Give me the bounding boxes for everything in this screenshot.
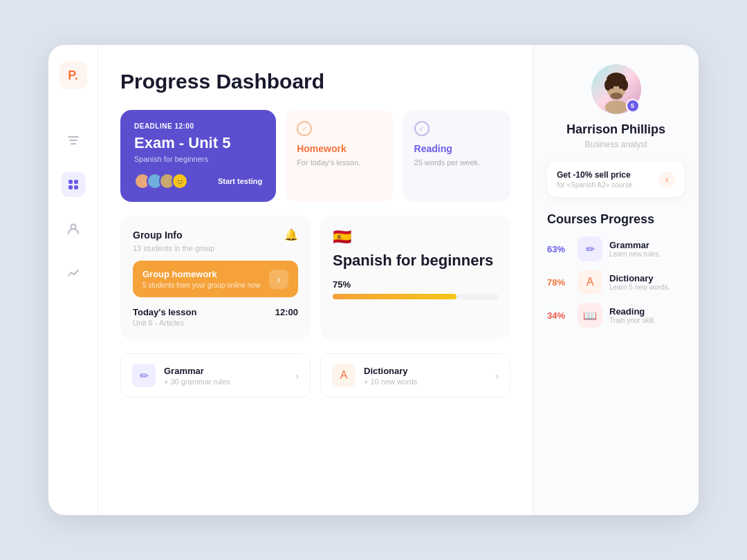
dictionary-arrow-icon: › <box>496 371 499 381</box>
reading-label: Reading <box>414 143 499 154</box>
middle-row: Group Info 🔔 13 students in the group Gr… <box>120 216 510 339</box>
homework-check-icon: ✓ <box>297 121 312 136</box>
reading-cp-icon: 📖 <box>578 303 602 328</box>
svg-point-9 <box>605 100 627 114</box>
dictionary-cp-info: Dictionary Learn 5 new words. <box>609 273 670 291</box>
dictionary-percent: 78% <box>547 277 571 288</box>
homework-desc: For today's lesson. <box>297 158 382 167</box>
app-container: P. <box>48 45 699 515</box>
sidebar-item-user[interactable] <box>61 216 86 241</box>
grammar-shortcut-sub: + 30 grammar rules <box>164 377 230 386</box>
dictionary-cp-sub: Learn 5 new words. <box>609 283 670 291</box>
course-progress-grammar: 63% ✏ Grammar Learn new rules. <box>547 236 685 261</box>
course-title: Spanish for beginners <box>333 252 498 270</box>
homework-btn-title: Group homework <box>142 269 260 279</box>
svg-point-12 <box>605 80 611 91</box>
avatar-group: 😊 <box>134 173 188 189</box>
svg-point-16 <box>610 93 622 100</box>
promo-subtitle: for «Spanish A2» course <box>557 181 632 189</box>
svg-point-14 <box>611 86 614 89</box>
user-name: Harrison Phillips <box>566 122 665 137</box>
group-title: Group Info <box>133 230 183 241</box>
courses-progress-title: Courses Progress <box>547 212 685 227</box>
dictionary-cp-title: Dictionary <box>609 273 670 283</box>
course-progress-dictionary: 78% A Dictionary Learn 5 new words. <box>547 270 685 295</box>
lesson-title: Today's lesson <box>133 307 196 317</box>
dictionary-cp-icon: A <box>578 270 602 295</box>
dictionary-shortcut-sub: + 10 new words <box>364 377 417 386</box>
homework-arrow-icon: › <box>269 270 288 289</box>
deadline-label: DEADLINE 12:00 <box>134 122 262 130</box>
lesson-time: 12:00 <box>275 307 298 317</box>
group-info-card: Group Info 🔔 13 students in the group Gr… <box>120 216 311 339</box>
course-progress-reading: 34% 📖 Reading Train your skill. <box>547 303 685 328</box>
page-title: Progress Dashboard <box>120 70 510 93</box>
sidebar-nav <box>61 128 86 286</box>
progress-bar-fill <box>333 294 456 299</box>
grammar-cp-title: Grammar <box>609 240 661 250</box>
logo[interactable]: P. <box>59 62 87 89</box>
homework-label: Homework <box>297 143 382 154</box>
dictionary-info: Dictionary + 10 new words <box>364 366 417 386</box>
promo-arrow-icon: › <box>658 171 675 188</box>
sidebar-item-filter[interactable] <box>61 128 86 153</box>
main-content: Progress Dashboard DEADLINE 12:00 Exam -… <box>98 45 533 515</box>
reading-check-icon: ✓ <box>414 121 430 136</box>
today-lesson: Today's lesson Unit 6 - Articles 12:00 <box>133 307 298 327</box>
promo-card[interactable]: Get -10% sell price for «Spanish A2» cou… <box>547 162 685 197</box>
group-card-header: Group Info 🔔 <box>133 228 298 241</box>
sidebar-item-grid[interactable] <box>61 172 86 197</box>
lesson-info: Today's lesson Unit 6 - Articles <box>133 307 196 327</box>
grammar-cp-info: Grammar Learn new rules. <box>609 240 661 258</box>
right-panel: 5 Harrison Phillips Business analyst Get… <box>533 45 699 515</box>
promo-text: Get -10% sell price for «Spanish A2» cou… <box>557 170 632 189</box>
reading-cp-title: Reading <box>609 306 656 317</box>
lesson-subtitle: Unit 6 - Articles <box>133 319 196 327</box>
grammar-info: Grammar + 30 grammar rules <box>164 366 230 386</box>
reading-cp-sub: Train your skill. <box>609 317 656 324</box>
group-homework-button[interactable]: Group homework 5 students from your grou… <box>133 261 298 297</box>
svg-point-13 <box>621 80 628 91</box>
progress-bar-background <box>333 294 498 299</box>
reading-cp-info: Reading Train your skill. <box>609 306 656 324</box>
grammar-shortcut-card[interactable]: ✏ Grammar + 30 grammar rules › <box>120 353 311 398</box>
dictionary-shortcut-card[interactable]: A Dictionary + 10 new words › <box>320 353 510 398</box>
grammar-shortcut-title: Grammar <box>164 366 230 376</box>
grammar-cp-sub: Learn new rules. <box>609 250 661 258</box>
spanish-course-card: 🇪🇸 Spanish for beginners 75% <box>320 216 510 339</box>
user-role: Business analyst <box>584 140 647 149</box>
promo-title: Get -10% sell price <box>557 170 632 180</box>
dictionary-shortcut-title: Dictionary <box>364 366 417 376</box>
grammar-icon: ✏ <box>132 364 156 387</box>
avatar-4: 😊 <box>172 173 188 189</box>
exam-footer: 😊 Start testing <box>134 173 262 189</box>
grammar-cp-icon: ✏ <box>578 236 602 261</box>
exam-title: Exam - Unit 5 <box>134 134 262 152</box>
reading-desc: 25 words per week. <box>414 158 499 167</box>
notification-badge: 5 <box>626 99 640 113</box>
group-subtitle: 13 students in the group <box>133 244 298 252</box>
reading-percent: 34% <box>547 310 571 321</box>
start-testing-button[interactable]: Start testing <box>218 177 262 185</box>
svg-rect-5 <box>68 185 73 189</box>
top-cards-row: DEADLINE 12:00 Exam - Unit 5 Spanish for… <box>120 110 510 202</box>
shortcut-row: ✏ Grammar + 30 grammar rules › A Diction… <box>120 353 510 398</box>
sidebar-item-chart[interactable] <box>61 261 86 286</box>
svg-rect-3 <box>68 180 73 184</box>
flag-icon: 🇪🇸 <box>333 228 498 246</box>
reading-card: ✓ Reading 25 words per week. <box>403 110 510 202</box>
grammar-percent: 63% <box>547 244 571 254</box>
svg-rect-6 <box>74 185 78 189</box>
sidebar: P. <box>48 45 98 515</box>
homework-card: ✓ Homework For today's lesson. <box>286 110 393 202</box>
progress-label: 75% <box>333 279 498 290</box>
svg-rect-4 <box>74 180 78 184</box>
bell-icon[interactable]: 🔔 <box>284 228 298 241</box>
grammar-arrow-icon: › <box>296 371 299 381</box>
homework-text: Group homework 5 students from your grou… <box>142 269 260 289</box>
exam-card: DEADLINE 12:00 Exam - Unit 5 Spanish for… <box>120 110 276 202</box>
user-avatar-wrapper: 5 <box>591 64 641 114</box>
homework-btn-sub: 5 students from your group online now <box>142 281 260 289</box>
dictionary-icon: A <box>332 364 356 387</box>
svg-point-15 <box>619 86 622 89</box>
